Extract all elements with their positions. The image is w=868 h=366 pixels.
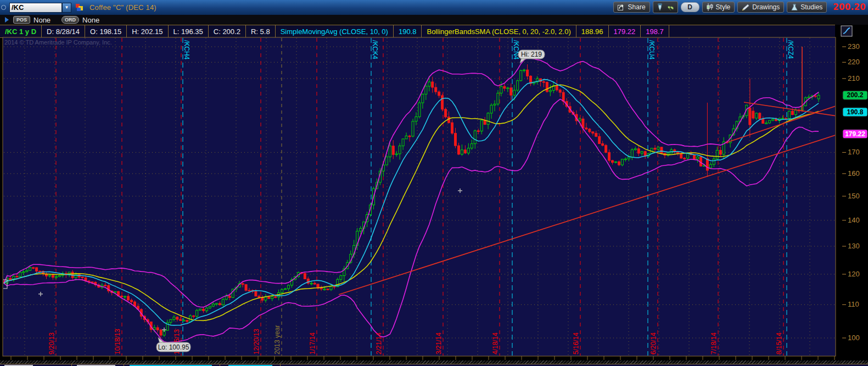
candle-body bbox=[464, 150, 466, 153]
candle-body bbox=[441, 96, 444, 109]
candle-body bbox=[654, 148, 656, 149]
candle-body bbox=[39, 271, 41, 272]
contract-roll-label: /KCU4 bbox=[648, 40, 656, 60]
y-axis-label: 140 bbox=[848, 216, 860, 224]
expiration-date-label: 12/20/13 bbox=[253, 329, 260, 354]
candle-body bbox=[176, 317, 178, 319]
candle-body bbox=[330, 286, 332, 290]
candle-body bbox=[402, 139, 404, 146]
candle-body bbox=[392, 146, 394, 155]
candle-body bbox=[203, 309, 205, 310]
candle-body bbox=[173, 317, 175, 319]
candle-body bbox=[467, 148, 469, 153]
axis-price-badge: 179.22 bbox=[843, 130, 867, 138]
candle-body bbox=[762, 119, 764, 123]
candle-body bbox=[628, 157, 630, 159]
candle-body bbox=[595, 133, 597, 136]
candle-body bbox=[268, 297, 270, 298]
candle-body bbox=[75, 274, 77, 278]
candle-body bbox=[706, 159, 708, 170]
candle-body bbox=[527, 70, 529, 76]
candle-body bbox=[559, 90, 561, 92]
candle-body bbox=[415, 117, 417, 121]
candle-body bbox=[395, 154, 397, 155]
candle-body bbox=[716, 150, 718, 159]
candle-body bbox=[206, 308, 208, 310]
candle-body bbox=[412, 121, 414, 136]
expiration-date-label: 9/20/13 bbox=[48, 332, 55, 354]
candle-body bbox=[36, 268, 38, 271]
candle-body bbox=[418, 103, 421, 117]
candle-body bbox=[474, 131, 476, 144]
chart-settings-icon[interactable] bbox=[841, 26, 852, 36]
candle-body bbox=[29, 268, 31, 270]
candle-body bbox=[19, 273, 21, 277]
candle-body bbox=[156, 328, 159, 330]
candle-body bbox=[26, 270, 28, 271]
candle-body bbox=[546, 82, 548, 92]
price-chart[interactable]: 1001101201301401501601702102202309/20/13… bbox=[0, 0, 868, 366]
candle-body bbox=[242, 284, 244, 285]
candle-body bbox=[124, 296, 126, 297]
candle-body bbox=[219, 303, 221, 305]
candle-body bbox=[461, 150, 463, 154]
candle-body bbox=[333, 286, 335, 287]
copyright-text: 2014 © TD Ameritrade IP Company, Inc. bbox=[4, 39, 112, 46]
candle-body bbox=[585, 128, 587, 129]
candle-body bbox=[755, 113, 758, 118]
candle-body bbox=[749, 108, 751, 125]
candle-body bbox=[81, 277, 83, 278]
candle-body bbox=[556, 86, 558, 90]
y-axis-label: 220 bbox=[848, 58, 860, 66]
candle-body bbox=[320, 288, 322, 289]
candle-body bbox=[16, 276, 18, 278]
candle-body bbox=[9, 278, 12, 280]
candle-body bbox=[399, 146, 401, 153]
candle-body bbox=[275, 297, 277, 298]
candle-body bbox=[507, 88, 509, 89]
candle-body bbox=[621, 159, 623, 165]
candle-body bbox=[697, 157, 699, 159]
candle-body bbox=[759, 113, 761, 119]
expiration-date-label: 3/21/14 bbox=[435, 332, 443, 354]
y-axis-label: 120 bbox=[848, 270, 860, 278]
candle-body bbox=[684, 158, 686, 159]
candle-body bbox=[579, 119, 581, 121]
candle-body bbox=[549, 90, 551, 91]
contract-roll-label: /KCK4 bbox=[371, 40, 379, 59]
candle-body bbox=[631, 150, 633, 157]
candle-body bbox=[310, 283, 312, 284]
candle-body bbox=[602, 143, 604, 145]
candle-body bbox=[608, 152, 611, 160]
candle-body bbox=[23, 272, 25, 273]
contract-roll-label: /KCH4 bbox=[183, 40, 191, 60]
candle-body bbox=[121, 296, 123, 297]
plot-background[interactable] bbox=[3, 37, 836, 356]
candle-body bbox=[271, 297, 273, 299]
candle-body bbox=[228, 296, 231, 298]
badge-text: 190.8 bbox=[847, 108, 863, 116]
candle-body bbox=[719, 150, 721, 154]
candle-body bbox=[814, 96, 816, 97]
bubble-text: Lo: 100.95 bbox=[158, 343, 189, 351]
candle-body bbox=[193, 316, 195, 317]
y-axis-label: 110 bbox=[848, 300, 859, 308]
candle-body bbox=[772, 119, 774, 120]
candle-body bbox=[500, 86, 502, 93]
candle-body bbox=[130, 300, 132, 302]
y-axis-label: 130 bbox=[848, 242, 860, 250]
candle-body bbox=[589, 129, 591, 132]
candle-body bbox=[304, 273, 306, 279]
candle-body bbox=[199, 309, 201, 310]
axis-price-badge: 200.2 bbox=[843, 91, 867, 99]
candle-body bbox=[503, 86, 506, 88]
candle-body bbox=[791, 111, 793, 114]
candle-body bbox=[248, 290, 250, 291]
candle-body bbox=[794, 110, 797, 114]
candle-body bbox=[752, 111, 754, 118]
candle-body bbox=[494, 104, 496, 105]
candle-body bbox=[405, 136, 407, 138]
candle-body bbox=[454, 133, 456, 146]
candle-body bbox=[598, 136, 601, 143]
candle-body bbox=[422, 94, 424, 103]
